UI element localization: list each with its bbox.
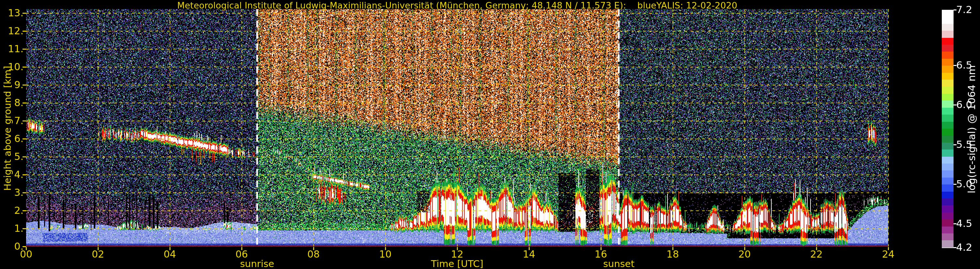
colorbar-tick-label: 5.5 <box>956 138 972 150</box>
colorbar-segment <box>942 185 953 191</box>
colorbar-segment <box>942 17 953 24</box>
colorbar-tick-label: 6.0 <box>956 99 972 110</box>
colorbar-segment <box>942 170 953 177</box>
colorbar-segment <box>942 164 953 170</box>
colorbar-segment <box>942 94 953 100</box>
colorbar-segment <box>942 178 953 185</box>
colorbar-tick-label: 4.5 <box>956 217 972 229</box>
x-tick-label: 02 <box>85 248 111 260</box>
y-tick-label: 11. <box>0 43 24 54</box>
colorbar-segment <box>942 213 953 220</box>
colorbar-segment <box>942 10 953 17</box>
colorbar <box>942 10 953 248</box>
y-tick-label: 4. <box>0 169 24 180</box>
annotation-sunset: sunset <box>593 258 645 269</box>
colorbar-segment <box>942 73 953 80</box>
plot-title: Meteorological Institute of Ludwig-Maxim… <box>26 0 888 10</box>
lidar-quicklook-figure: Meteorological Institute of Ludwig-Maxim… <box>0 0 980 269</box>
x-tick-label: 22 <box>803 248 829 260</box>
colorbar-segment <box>942 122 953 129</box>
colorbar-segment <box>942 80 953 86</box>
colorbar-tick-label: 5.0 <box>956 178 972 190</box>
colorbar-segment <box>942 226 953 233</box>
annotation-sunrise: sunrise <box>231 258 283 269</box>
colorbar-segment <box>942 192 953 199</box>
colorbar-tick-label: 6.5 <box>956 59 972 71</box>
y-tick-label: 1. <box>0 223 24 234</box>
x-tick-label: 24 <box>875 248 901 260</box>
colorbar-segment <box>942 240 953 247</box>
colorbar-tick-label: 7.2 <box>956 3 972 15</box>
y-tick-label: 9. <box>0 79 24 91</box>
colorbar-segment <box>942 24 953 31</box>
x-tick-label: 14 <box>516 248 542 260</box>
colorbar-segment <box>942 150 953 156</box>
colorbar-segment <box>942 157 953 164</box>
x-tick-label: 18 <box>660 248 686 260</box>
colorbar-segment <box>942 220 953 226</box>
x-tick-label: 04 <box>157 248 183 260</box>
colorbar-segment <box>942 129 953 135</box>
y-tick-label: 5. <box>0 151 24 162</box>
colorbar-segment <box>942 38 953 45</box>
y-tick-label: 2. <box>0 205 24 216</box>
colorbar-segment <box>942 45 953 52</box>
colorbar-segment <box>942 59 953 65</box>
y-tick-label: 7. <box>0 115 24 126</box>
colorbar-segment <box>942 31 953 38</box>
y-tick-label: 10. <box>0 61 24 72</box>
x-tick-label: 12 <box>444 248 470 260</box>
y-tick-label: 12. <box>0 25 24 37</box>
colorbar-segment <box>942 100 953 107</box>
x-tick-label: 08 <box>301 248 326 260</box>
colorbar-segment <box>942 205 953 212</box>
y-tick-label: 8. <box>0 97 24 108</box>
colorbar-segment <box>942 65 953 72</box>
colorbar-tick-label: 4.2 <box>956 241 972 253</box>
colorbar-label: log(rc-signal) @ 1064 nm <box>966 10 977 248</box>
colorbar-segment <box>942 108 953 115</box>
colorbar-segment <box>942 86 953 93</box>
y-tick-label: 0. <box>0 240 24 252</box>
y-tick-label: 6. <box>0 133 24 144</box>
x-tick-label: 20 <box>732 248 757 260</box>
x-tick-label: 10 <box>372 248 398 260</box>
colorbar-segment <box>942 115 953 121</box>
colorbar-segment <box>942 233 953 240</box>
heatmap-canvas <box>0 0 980 269</box>
colorbar-segment <box>942 143 953 150</box>
colorbar-segment <box>942 135 953 142</box>
colorbar-segment <box>942 199 953 205</box>
y-tick-label: 3. <box>0 187 24 198</box>
y-tick-label: 13. <box>0 7 24 19</box>
colorbar-segment <box>942 52 953 59</box>
